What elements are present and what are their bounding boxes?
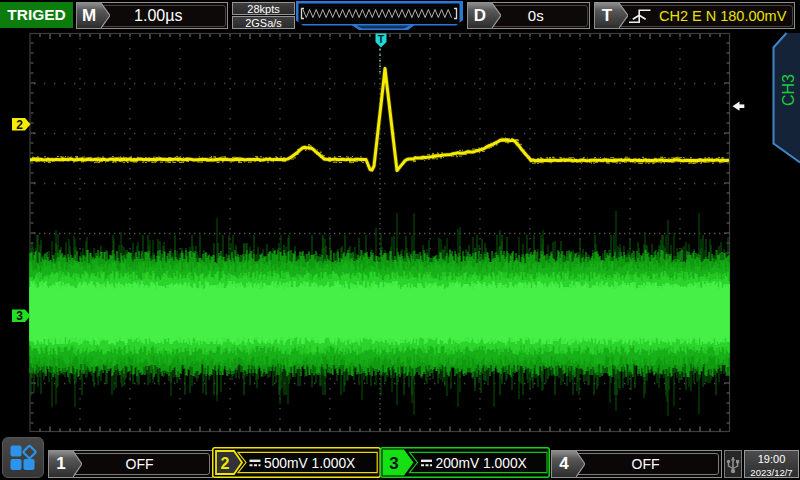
svg-text:3: 3 — [389, 454, 398, 473]
svg-text:3: 3 — [16, 309, 23, 323]
svg-text:T: T — [378, 33, 385, 45]
svg-text:500mV 1.000X: 500mV 1.000X — [264, 456, 355, 471]
svg-text:200mV 1.000X: 200mV 1.000X — [436, 456, 527, 471]
svg-text:2: 2 — [221, 455, 230, 472]
svg-text:CH3: CH3 — [780, 74, 797, 106]
svg-text:2: 2 — [16, 118, 23, 132]
